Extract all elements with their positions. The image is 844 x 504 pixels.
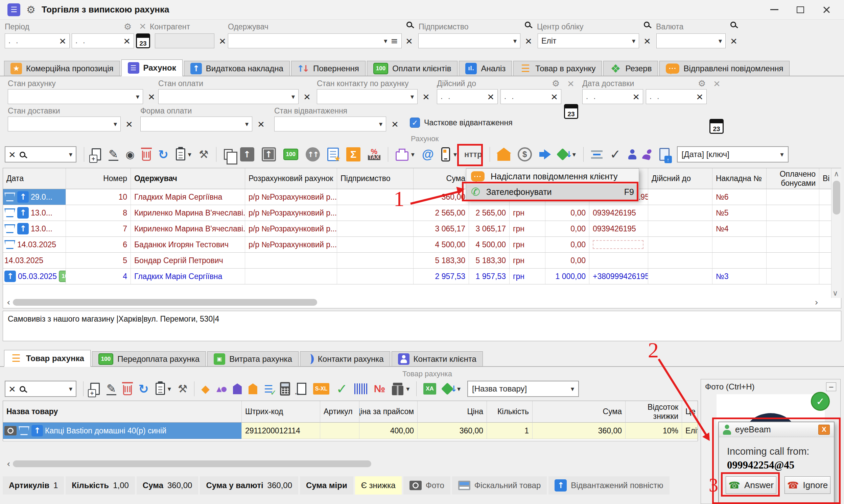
clipboard-button[interactable] <box>156 383 165 395</box>
center-clear-icon[interactable]: × <box>644 35 651 47</box>
invoice-state-clear-icon[interactable]: × <box>148 91 155 102</box>
table-horizontal-scrollbar[interactable]: ‹› <box>7 297 818 307</box>
clear-icon[interactable]: × <box>123 35 130 47</box>
col-price[interactable]: Ціна <box>418 401 487 422</box>
phone-placeholder-cell[interactable] <box>589 237 648 253</box>
contragent-clear-icon[interactable]: × <box>219 35 226 47</box>
receiver-clear-icon[interactable]: × <box>406 35 413 47</box>
payment-100-button[interactable]: 100 <box>283 149 298 160</box>
courier-runner-button[interactable] <box>642 149 654 160</box>
payment-form-combo[interactable]: ▾ <box>140 116 252 131</box>
invoice-search-input[interactable]: ×▾ <box>5 146 76 162</box>
orange-diamond-button[interactable]: ◆ <box>201 382 210 395</box>
contact-state-combo[interactable]: ▾ <box>317 89 418 104</box>
delivery-calendar-icon[interactable]: 23 <box>709 119 724 134</box>
clipboard-button[interactable] <box>176 148 185 160</box>
table-row[interactable]: 14.03.2025 5 Бондар Сергій Петрович 5 18… <box>3 253 841 269</box>
period-to-input[interactable]: . .× <box>72 33 134 48</box>
delivery-date-clear-icon[interactable]: × <box>713 78 720 89</box>
row-date-cell[interactable]: ↑13.0... <box>3 205 66 221</box>
print-button[interactable] <box>396 151 409 161</box>
order-star-button[interactable] <box>327 148 339 161</box>
money-refresh-button[interactable]: $ <box>518 147 532 161</box>
shapes-button[interactable]: ▲● <box>217 385 226 393</box>
tab-invoice-prepayment[interactable]: 100Передоплата рахунка <box>92 351 206 366</box>
tab-goods-in-invoice[interactable]: ☰Товар в рахунку <box>513 61 602 76</box>
shipment-state-combo[interactable]: ▾ <box>274 116 386 131</box>
col-list-price[interactable]: Ціна за прайсом <box>359 401 418 422</box>
table-vertical-scrollbar[interactable]: ∧ <box>831 168 841 298</box>
barcode-button[interactable] <box>355 383 367 394</box>
col-qty[interactable]: Кількість <box>487 401 533 422</box>
home-button[interactable] <box>497 154 510 161</box>
edit-product-button[interactable]: ✎ <box>106 383 116 395</box>
orange-tag-button[interactable] <box>248 383 257 394</box>
contact-state-clear-icon[interactable]: × <box>423 91 429 102</box>
col-barcode[interactable]: Штрих-код <box>242 401 320 422</box>
currency-clear-icon[interactable]: × <box>730 35 737 47</box>
return-document-button[interactable] <box>297 383 306 395</box>
delivery-state-combo[interactable]: ▾ <box>8 116 121 131</box>
table-row[interactable]: ↑13.0... 7 Кириленко Марина В'ячеславі..… <box>3 221 841 237</box>
clear-icon[interactable]: × <box>59 35 66 47</box>
global-search-icon[interactable] <box>730 22 736 29</box>
row-date-cell[interactable]: ↑05.03.2025100 <box>3 269 66 284</box>
table-row[interactable]: 14.03.2025 6 Баданюк Игорян Тестович р/р… <box>3 237 841 253</box>
confirm-check-button[interactable]: ✓ <box>610 147 621 162</box>
col-enterprise[interactable]: Підприємство <box>337 168 414 189</box>
period-calendar-icon[interactable]: 23 <box>136 33 150 48</box>
sort-key-combo[interactable]: [Дата] [ключ]▾ <box>677 146 789 162</box>
payment-state-combo[interactable]: ▾ <box>158 89 298 104</box>
photo-minimize-button[interactable]: – <box>826 382 836 391</box>
currency-combo[interactable]: ▾ <box>656 33 726 48</box>
row-date-cell[interactable]: 14.03.2025 <box>3 237 66 253</box>
list-check-button[interactable]: ☰ <box>264 383 273 395</box>
upload-box-button[interactable]: ↑ <box>262 147 276 161</box>
phone-call-button[interactable] <box>441 147 450 161</box>
double-up-button[interactable]: ↑↑ <box>306 147 320 161</box>
status-fiscal-button[interactable]: Фіскальний товар <box>452 476 547 494</box>
col-bonus[interactable]: Оплаченобонусами <box>767 168 819 189</box>
center-search-icon[interactable] <box>525 22 531 29</box>
tab-delivery-note[interactable]: ↑Видаткова накладна <box>184 61 290 76</box>
delete-button[interactable] <box>142 151 151 161</box>
currency-search-icon[interactable] <box>644 22 650 29</box>
row-date-cell[interactable]: ↑13.0... <box>3 221 66 237</box>
receiver-list-icon[interactable]: ≡ <box>391 36 398 46</box>
tab-sent-messages[interactable]: Відправлені повідомлення <box>659 61 790 76</box>
tools-wrench-button[interactable]: ⚒ <box>178 382 188 395</box>
delivery-from-input[interactable]: . .× <box>582 89 643 104</box>
table-row[interactable]: ↑05.03.2025100 4 Гладких Марія Сергіївна… <box>3 269 841 284</box>
export-document-button[interactable] <box>659 148 670 161</box>
forward-arrow-button[interactable] <box>539 149 551 159</box>
col-receiver[interactable]: Одержувач <box>131 168 245 189</box>
col-product-sum[interactable]: Сума <box>533 401 625 422</box>
close-button[interactable] <box>822 6 830 14</box>
product-row[interactable]: ↑ Капці Bastion домашні 40(р) синій 2911… <box>3 422 697 439</box>
tab-client-payments[interactable]: 100Оплати клієнтів <box>367 61 458 76</box>
period-gear-icon[interactable]: ⚙ <box>124 22 132 32</box>
invoice-state-combo[interactable]: ▾ <box>8 89 143 104</box>
product-search-input[interactable]: ×▾ <box>5 381 76 397</box>
indent-list-button[interactable] <box>591 150 603 159</box>
enterprise-clear-icon[interactable]: × <box>525 35 532 47</box>
col-number[interactable]: Номер <box>66 168 131 189</box>
tab-analysis[interactable]: ıl.Аналіз <box>459 61 512 76</box>
col-product-name[interactable]: Назва товару <box>3 401 242 422</box>
payment-form-clear-icon[interactable]: × <box>258 118 264 130</box>
number-sign-button[interactable]: № <box>374 383 385 395</box>
period-from-input[interactable]: . .× <box>5 33 70 48</box>
col-account[interactable]: Розрахунковий рахунок <box>245 168 337 189</box>
partial-shipment-checkbox[interactable]: ✓ Часткове відвантаження <box>410 118 513 128</box>
col-discount[interactable]: Відсотокзнижки <box>625 401 682 422</box>
reserve-export-button[interactable]: ↓▾ <box>443 384 461 394</box>
tab-reserve[interactable]: ❖Резерв <box>603 61 658 76</box>
center-combo[interactable]: Еліт▾ <box>538 33 639 48</box>
minimize-button[interactable] <box>770 9 778 10</box>
table-row[interactable]: ↑13.0... 8 Кириленко Марина В'ячеславі..… <box>3 205 841 221</box>
receiver-combo[interactable]: ▾≡ <box>228 33 402 48</box>
copy-document-button[interactable] <box>224 149 232 160</box>
delivery-date-gear-icon[interactable]: ⚙ <box>698 78 706 89</box>
clear-icon[interactable]: × <box>9 383 16 395</box>
add-record-button[interactable] <box>92 148 101 160</box>
